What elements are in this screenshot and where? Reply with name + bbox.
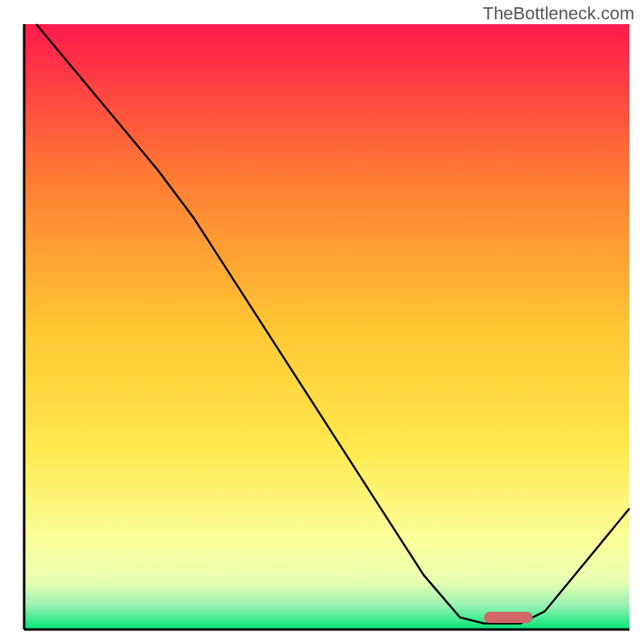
optimal-range-marker xyxy=(485,612,533,623)
bottleneck-chart xyxy=(0,0,644,644)
watermark-text: TheBottleneck.com xyxy=(483,3,634,24)
chart-container: TheBottleneck.com xyxy=(0,0,644,644)
chart-background-gradient xyxy=(24,24,630,630)
